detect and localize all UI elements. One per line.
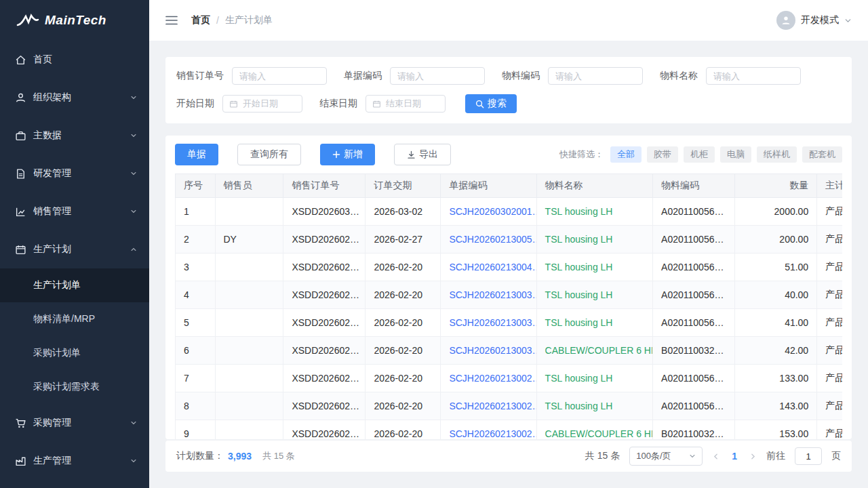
cell-material_code: A020110056…: [653, 198, 735, 226]
cell-material_name[interactable]: TSL housing LH: [536, 281, 652, 309]
cell-plan_type: 产品: [817, 337, 842, 365]
cell-doc_code[interactable]: SCJH20260213002…: [441, 420, 536, 440]
doc-code-input[interactable]: [390, 67, 485, 85]
app: MainTech 首页组织架构主数据研发管理销售管理生产计划生产计划单物料清单/…: [0, 0, 868, 488]
cell-doc_code[interactable]: SCJH20260213002…: [441, 392, 536, 420]
cell-material_code: A020110056…: [653, 281, 735, 309]
column-header-material_code: 物料编码: [653, 174, 735, 198]
filter-card: 销售订单号 单据编码 物料编码 物料名称: [165, 57, 852, 123]
cell-material_name[interactable]: TSL housing LH: [536, 392, 652, 420]
cell-salesperson: [215, 309, 283, 337]
goto-page-input[interactable]: [795, 447, 822, 465]
prev-page-button[interactable]: [712, 453, 719, 460]
cell-seq: 7: [176, 365, 216, 392]
cell-qty: 200.00: [735, 226, 817, 253]
sidebar-subitem-2[interactable]: 采购计划单: [0, 336, 149, 370]
cell-salesperson: [215, 253, 283, 281]
cell-doc_code[interactable]: SCJH20260302001…: [441, 198, 536, 226]
logo-text: MainTech: [45, 13, 106, 28]
toolbar: 单据 查询所有 新增 导出: [175, 144, 842, 165]
cell-material_name[interactable]: TSL housing LH: [536, 198, 652, 226]
calendar-icon: [15, 244, 26, 256]
quick-filter-3[interactable]: 电脑: [720, 146, 751, 163]
column-header-qty: 数量: [735, 174, 817, 198]
add-button[interactable]: 新增: [320, 144, 375, 165]
export-button[interactable]: 导出: [394, 144, 451, 165]
sales-order-input[interactable]: [232, 67, 327, 85]
user-icon: [15, 92, 26, 104]
chart-icon: [15, 206, 26, 218]
quick-filter-0[interactable]: 全部: [610, 146, 642, 163]
filter-label-start-date: 开始日期: [176, 98, 214, 110]
logo: MainTech: [0, 0, 149, 41]
next-page-button[interactable]: [749, 453, 757, 460]
sidebar-subitem-1[interactable]: 物料清单/MRP: [0, 302, 149, 336]
user-menu[interactable]: 开发模式: [776, 11, 852, 30]
breadcrumb-home[interactable]: 首页: [191, 14, 210, 26]
cell-doc_code[interactable]: SCJH20260213002…: [441, 365, 536, 392]
cell-sales_order: XSDD202602…: [283, 309, 366, 337]
cell-material_name[interactable]: CABLEW/COUPLER 6 HE: [536, 337, 652, 365]
cell-sales_order: XSDD202602…: [283, 365, 366, 392]
hamburger-icon[interactable]: [165, 15, 178, 26]
cell-doc_code[interactable]: SCJH20260213004…: [441, 253, 536, 281]
cell-doc_code[interactable]: SCJH20260213005…: [441, 226, 536, 253]
page-size-select[interactable]: 100条/页: [629, 447, 703, 466]
quick-filter-2[interactable]: 机柜: [684, 146, 715, 163]
start-date-placeholder: 开始日期: [243, 98, 278, 110]
table-row: 8XSDD202602…2026-02-20SCJH20260213002…TS…: [176, 392, 843, 420]
cell-seq: 2: [176, 226, 216, 253]
end-date-input[interactable]: 结束日期: [366, 95, 446, 113]
chevron-down-icon: [130, 94, 137, 101]
quick-filter-4[interactable]: 纸样机: [757, 146, 797, 163]
material-name-input[interactable]: [706, 67, 801, 85]
current-page[interactable]: 1: [729, 451, 740, 462]
cell-material_name[interactable]: TSL housing LH: [536, 226, 652, 253]
sidebar-nav: 首页组织架构主数据研发管理销售管理生产计划生产计划单物料清单/MRP采购计划单采…: [0, 41, 149, 480]
cell-qty: 40.00: [735, 281, 817, 309]
plan-quantity-value: 3,993: [228, 451, 252, 462]
cell-material_name[interactable]: TSL housing LH: [536, 365, 652, 392]
search-button[interactable]: 搜索: [465, 94, 517, 113]
cell-doc_code[interactable]: SCJH20260213003…: [441, 281, 536, 309]
cell-material_name[interactable]: TSL housing LH: [536, 253, 652, 281]
query-all-button[interactable]: 查询所有: [237, 144, 301, 165]
cell-plan_type: 产品: [817, 281, 842, 309]
sidebar-item-7[interactable]: 生产管理: [0, 442, 149, 480]
filter-label-material-code: 物料编码: [502, 70, 540, 82]
sidebar-item-3[interactable]: 研发管理: [0, 155, 149, 192]
cell-qty: 42.00: [735, 337, 817, 365]
document-button-label: 单据: [187, 148, 206, 161]
cell-qty: 133.00: [735, 365, 817, 392]
sidebar-item-label: 生产管理: [33, 455, 71, 467]
sidebar-item-0[interactable]: 首页: [0, 41, 149, 79]
cell-doc_code[interactable]: SCJH20260213003…: [441, 309, 536, 337]
home-icon: [15, 54, 26, 66]
cell-doc_code[interactable]: SCJH20260213003…: [441, 337, 536, 365]
cell-salesperson: [215, 365, 283, 392]
calendar-icon: [372, 100, 381, 108]
sidebar-item-1[interactable]: 组织架构: [0, 79, 149, 117]
cell-salesperson: [215, 337, 283, 365]
sidebar-item-2[interactable]: 主数据: [0, 117, 149, 155]
quick-filter-1[interactable]: 胶带: [647, 146, 678, 163]
filter-label-material-name: 物料名称: [660, 70, 698, 82]
sidebar-subitem-3[interactable]: 采购计划需求表: [0, 370, 149, 404]
cell-seq: 6: [176, 337, 216, 365]
sidebar-subitem-0[interactable]: 生产计划单: [0, 268, 149, 302]
sidebar-item-5[interactable]: 生产计划: [0, 230, 149, 268]
sidebar-item-4[interactable]: 销售管理: [0, 192, 149, 230]
page-size-value: 100条/页: [636, 450, 671, 462]
cell-material_name[interactable]: CABLEW/COUPLER 6 HE: [536, 420, 652, 440]
table-row: 7XSDD202602…2026-02-20SCJH20260213002…TS…: [176, 365, 843, 392]
material-code-input[interactable]: [548, 67, 643, 85]
cell-due_date: 2026-02-20: [366, 281, 441, 309]
quick-filter-5[interactable]: 配套机: [802, 146, 842, 163]
sidebar-item-6[interactable]: 采购管理: [0, 404, 149, 442]
chevron-down-icon: [130, 132, 137, 139]
chevron-down-icon: [689, 453, 696, 460]
document-button[interactable]: 单据: [175, 144, 218, 165]
cell-material_name[interactable]: TSL housing LH: [536, 309, 652, 337]
start-date-input[interactable]: 开始日期: [222, 95, 302, 113]
table-row: 1XSDD202603…2026-03-02SCJH20260302001…TS…: [176, 198, 843, 226]
